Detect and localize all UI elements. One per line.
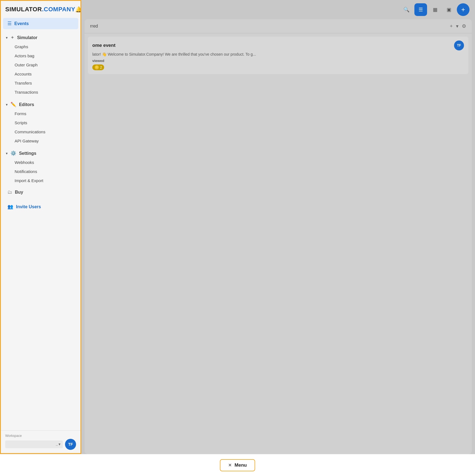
filter-button[interactable]: ▾ bbox=[456, 23, 458, 29]
workspace-label: Workspace bbox=[5, 434, 76, 438]
events-label: Events bbox=[14, 21, 29, 26]
reaction-badge: 🪙 2 bbox=[92, 64, 104, 70]
sidebar-item-forms[interactable]: Forms bbox=[15, 109, 80, 118]
workspace-dots: .. bbox=[56, 442, 58, 447]
content-panel: rred + ▾ ⚙ ome event TF lator! 👋 Welcome… bbox=[85, 19, 472, 454]
sidebar: SIMULATOR.COMPANY 🔔 ☰ Events ▼ ✦ Simulat… bbox=[0, 0, 81, 454]
add-item-button[interactable]: + bbox=[450, 23, 453, 29]
sidebar-item-buy[interactable]: 🗂 Buy bbox=[3, 187, 78, 198]
chevron-down-icon: ▼ bbox=[58, 442, 61, 446]
bottom-bar: ✕ Menu bbox=[0, 454, 475, 476]
chevron-down-icon: ▼ bbox=[5, 36, 8, 39]
buy-icon: 🗂 bbox=[7, 190, 12, 195]
panel-icon: ▣ bbox=[447, 7, 451, 13]
event-reactions: 🪙 2 bbox=[92, 64, 464, 70]
grid-view-button[interactable]: ▦ bbox=[429, 4, 441, 15]
editors-sub-items: Forms Scripts Communications API Gateway bbox=[1, 109, 80, 145]
panel-title: rred bbox=[90, 24, 98, 29]
nav-events-section: ☰ Events bbox=[1, 16, 80, 31]
grid-icon: ▦ bbox=[433, 7, 438, 13]
brand-company: COMPANY bbox=[44, 6, 75, 13]
panel-header-right: + ▾ ⚙ bbox=[450, 23, 466, 29]
panel-header: rred + ▾ ⚙ bbox=[85, 19, 472, 33]
sidebar-item-webhooks[interactable]: Webhooks bbox=[15, 158, 80, 167]
nav-group-editors: ▼ ✏️ Editors Forms Scripts Communication… bbox=[1, 99, 80, 145]
sidebar-item-actors-bag[interactable]: Actors bag bbox=[15, 51, 80, 60]
invite-users-label: Invite Users bbox=[16, 204, 41, 209]
editors-icon: ✏️ bbox=[10, 102, 16, 107]
settings-label: Settings bbox=[19, 151, 36, 156]
search-button[interactable]: 🔍 bbox=[401, 4, 412, 15]
event-title: ome event bbox=[92, 43, 115, 48]
settings-button[interactable]: ⚙ bbox=[462, 23, 466, 29]
sidebar-item-api-gateway[interactable]: API Gateway bbox=[15, 136, 80, 145]
workspace-row: .. ▼ TF bbox=[5, 439, 76, 450]
top-toolbar: 🔍 ☰ ▦ ▣ + bbox=[81, 0, 475, 19]
events-icon: ☰ bbox=[7, 21, 12, 26]
plus-icon: + bbox=[461, 6, 465, 13]
reaction-emoji: 🪙 bbox=[95, 65, 99, 69]
simulator-icon: ✦ bbox=[10, 35, 14, 40]
sidebar-header: SIMULATOR.COMPANY 🔔 bbox=[1, 1, 80, 16]
menu-button[interactable]: ✕ Menu bbox=[220, 459, 255, 471]
chevron-down-icon: ▼ bbox=[5, 152, 8, 155]
sidebar-item-outer-graph[interactable]: Outer Graph bbox=[15, 60, 80, 69]
settings-group-header[interactable]: ▼ ⚙️ Settings bbox=[1, 148, 80, 158]
editors-label: Editors bbox=[19, 102, 34, 107]
avatar[interactable]: TF bbox=[65, 439, 76, 450]
separator bbox=[1, 198, 80, 201]
close-icon: ✕ bbox=[228, 463, 232, 468]
nav-group-simulator: ▼ ✦ Simulator Graphs Actors bag Outer Gr… bbox=[1, 32, 80, 97]
sidebar-item-notifications[interactable]: Notifications bbox=[15, 167, 80, 176]
main-content: 🔍 ☰ ▦ ▣ + rred + ▾ bbox=[81, 0, 475, 454]
nav-group-settings: ▼ ⚙️ Settings Webhooks Notifications Imp… bbox=[1, 148, 80, 185]
sidebar-item-transfers[interactable]: Transfers bbox=[15, 79, 80, 88]
settings-icon: ⚙️ bbox=[10, 150, 16, 156]
editors-group-header[interactable]: ▼ ✏️ Editors bbox=[1, 99, 80, 109]
event-avatar: TF bbox=[454, 40, 464, 50]
sidebar-item-events[interactable]: ☰ Events bbox=[3, 18, 78, 29]
list-view-button[interactable]: ☰ bbox=[414, 3, 427, 16]
brand-simulator: SIMULATOR bbox=[5, 6, 42, 13]
list-icon: ☰ bbox=[419, 7, 423, 13]
event-card-header: ome event TF bbox=[92, 40, 464, 50]
bell-icon[interactable]: 🔔 bbox=[75, 6, 81, 13]
reaction-count: 2 bbox=[100, 65, 102, 69]
workspace-name-box[interactable]: .. ▼ bbox=[5, 440, 63, 448]
brand-logo: SIMULATOR.COMPANY bbox=[5, 6, 75, 13]
settings-sub-items: Webhooks Notifications Import & Export bbox=[1, 158, 80, 185]
invite-users-icon: 👥 bbox=[7, 204, 13, 210]
sidebar-item-import-export[interactable]: Import & Export bbox=[15, 176, 80, 185]
sidebar-item-graphs[interactable]: Graphs bbox=[15, 42, 80, 51]
chevron-down-icon: ▼ bbox=[5, 103, 8, 106]
simulator-group-header[interactable]: ▼ ✦ Simulator bbox=[1, 32, 80, 42]
event-status: viewed bbox=[92, 59, 464, 63]
sidebar-footer: Workspace .. ▼ TF bbox=[1, 430, 80, 453]
sidebar-item-transactions[interactable]: Transactions bbox=[15, 88, 80, 97]
panel-header-left: rred bbox=[90, 24, 98, 29]
panel-view-button[interactable]: ▣ bbox=[443, 4, 455, 15]
buy-label: Buy bbox=[15, 190, 23, 195]
sidebar-item-invite-users[interactable]: 👥 Invite Users bbox=[3, 201, 78, 212]
menu-label: Menu bbox=[234, 463, 247, 468]
search-icon: 🔍 bbox=[403, 7, 409, 13]
workspace-section: Workspace .. ▼ TF bbox=[5, 434, 76, 450]
simulator-label: Simulator bbox=[17, 35, 37, 40]
sidebar-item-communications[interactable]: Communications bbox=[15, 127, 80, 136]
sidebar-item-scripts[interactable]: Scripts bbox=[15, 118, 80, 127]
simulator-sub-items: Graphs Actors bag Outer Graph Accounts T… bbox=[1, 42, 80, 97]
sidebar-item-accounts[interactable]: Accounts bbox=[15, 69, 80, 79]
add-button[interactable]: + bbox=[457, 3, 469, 16]
event-description: lator! 👋 Welcome to Simulator.Company! W… bbox=[92, 52, 464, 56]
event-card[interactable]: ome event TF lator! 👋 Welcome to Simulat… bbox=[88, 37, 468, 74]
